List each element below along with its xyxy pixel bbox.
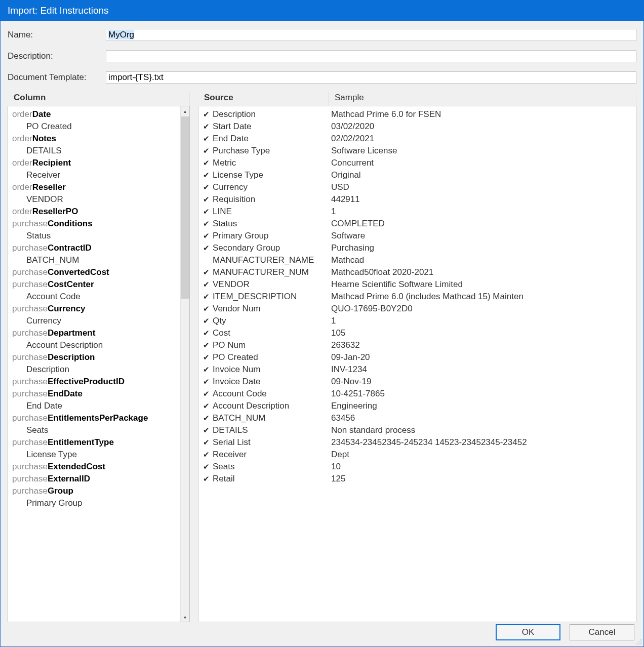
check-icon: ✔ xyxy=(200,424,212,436)
source-label: DETAILS xyxy=(212,424,331,436)
column-child[interactable]: Account Code xyxy=(10,291,189,303)
column-item[interactable]: orderNotes xyxy=(10,133,189,145)
column-child[interactable]: VENDOR xyxy=(10,193,189,206)
source-item[interactable]: ✔Account DescriptionEngineering xyxy=(200,400,636,412)
scroll-down-icon[interactable]: ▾ xyxy=(181,613,189,622)
source-item[interactable]: ✔CurrencyUSD xyxy=(200,181,636,193)
column-child[interactable]: Primary Group xyxy=(10,497,189,509)
check-icon: ✔ xyxy=(200,315,212,327)
source-label: PO Num xyxy=(212,339,331,351)
source-item[interactable]: ✔End Date02/02/2021 xyxy=(200,133,636,145)
column-item[interactable]: orderDate xyxy=(10,108,189,120)
column-child[interactable]: Currency xyxy=(10,315,189,327)
source-item[interactable]: ✔Purchase TypeSoftware License xyxy=(200,145,636,157)
column-item[interactable]: purchaseDepartment xyxy=(10,327,189,339)
source-item[interactable]: ✔Start Date03/02/2020 xyxy=(200,120,636,133)
source-item[interactable]: ✔Cost105 xyxy=(200,327,636,339)
source-label: Currency xyxy=(212,181,331,193)
column-scrollbar[interactable]: ▴ ▾ xyxy=(180,106,189,622)
source-item[interactable]: ✔Secondary GroupPurchasing xyxy=(200,242,636,254)
source-label: Account Description xyxy=(212,400,331,412)
source-label: BATCH_NUM xyxy=(212,412,331,424)
column-child[interactable]: License Type xyxy=(10,449,189,461)
scroll-thumb[interactable] xyxy=(181,116,189,299)
column-item[interactable]: purchaseGroup xyxy=(10,485,189,497)
source-sample: Mathcad50float 2020-2021 xyxy=(331,266,433,278)
source-item[interactable]: ✔Retail125 xyxy=(200,473,636,485)
column-item[interactable]: orderRecipient xyxy=(10,157,189,169)
column-item[interactable]: purchaseEffectiveProductID xyxy=(10,376,189,388)
source-item[interactable]: ✔PO Created09-Jan-20 xyxy=(200,351,636,363)
column-child[interactable]: Description xyxy=(10,363,189,376)
source-item[interactable]: ✔Serial List234534-23452345-245234 14523… xyxy=(200,436,636,449)
column-item[interactable]: purchaseCurrency xyxy=(10,303,189,315)
column-item[interactable]: purchaseEntitlementsPerPackage xyxy=(10,412,189,424)
source-item[interactable]: ✔VENDORHearne Scientific Software Limite… xyxy=(200,278,636,291)
source-item[interactable]: ✔LINE1 xyxy=(200,206,636,218)
source-item[interactable]: ✔MANUFACTURER_NUMMathcad50float 2020-202… xyxy=(200,266,636,278)
svg-rect-3 xyxy=(636,643,637,644)
column-item[interactable]: purchaseConditions xyxy=(10,218,189,230)
column-child[interactable]: BATCH_NUM xyxy=(10,254,189,266)
description-input[interactable] xyxy=(106,50,636,62)
column-item[interactable]: purchaseEntitlementType xyxy=(10,436,189,449)
column-item[interactable]: purchaseExtendedCost xyxy=(10,461,189,473)
check-icon: ✔ xyxy=(200,218,212,230)
source-listbox[interactable]: ✔DescriptionMathcad Prime 6.0 for FSEN✔S… xyxy=(198,106,636,622)
source-item[interactable]: ✔Requisition442911 xyxy=(200,193,636,206)
source-sample: Non standard process xyxy=(331,424,415,436)
source-item[interactable]: ✔Primary GroupSoftware xyxy=(200,230,636,242)
source-item[interactable]: ✔BATCH_NUM63456 xyxy=(200,412,636,424)
svg-rect-2 xyxy=(640,641,641,642)
source-label: Secondary Group xyxy=(212,242,331,254)
name-input[interactable]: MyOrg xyxy=(106,29,636,41)
cancel-button[interactable]: Cancel xyxy=(570,624,634,640)
source-label: Receiver xyxy=(212,449,331,461)
source-label: LINE xyxy=(212,206,331,218)
source-item[interactable]: ✔DescriptionMathcad Prime 6.0 for FSEN xyxy=(200,108,636,120)
source-item[interactable]: ✔StatusCOMPLETED xyxy=(200,218,636,230)
source-item[interactable]: ✔PO Num263632 xyxy=(200,339,636,351)
column-item[interactable]: purchaseContractID xyxy=(10,242,189,254)
scroll-up-icon[interactable]: ▴ xyxy=(181,106,189,115)
column-header-bar: Column xyxy=(8,92,190,106)
column-child[interactable]: Receiver xyxy=(10,169,189,181)
source-item[interactable]: ✔Account Code10-4251-7865 xyxy=(200,388,636,400)
resize-grip[interactable] xyxy=(635,638,642,645)
column-child[interactable]: Status xyxy=(10,230,189,242)
column-item[interactable]: purchaseConvertedCost xyxy=(10,266,189,278)
column-child[interactable]: PO Created xyxy=(10,120,189,133)
column-listbox[interactable]: orderDatePO CreatedorderNotesDETAILSorde… xyxy=(8,106,190,622)
source-item[interactable]: ✔ITEM_DESCRIPTIONMathcad Prime 6.0 (incl… xyxy=(200,291,636,303)
column-child[interactable]: DETAILS xyxy=(10,145,189,157)
column-item[interactable]: orderReseller xyxy=(10,181,189,193)
column-child[interactable]: End Date xyxy=(10,400,189,412)
column-child[interactable]: Account Description xyxy=(10,339,189,351)
column-child[interactable]: Seats xyxy=(10,424,189,436)
source-item[interactable]: ✔Seats10 xyxy=(200,461,636,473)
column-item[interactable]: purchaseDescription xyxy=(10,351,189,363)
source-item[interactable]: ✔Invoice NumINV-1234 xyxy=(200,363,636,376)
titlebar[interactable]: Import: Edit Instructions xyxy=(1,1,643,21)
column-item[interactable]: purchaseEndDate xyxy=(10,388,189,400)
source-label: Retail xyxy=(212,473,331,485)
source-header[interactable]: Source xyxy=(198,92,329,106)
source-item[interactable]: ✔Vendor NumQUO-17695-B0Y2D0 xyxy=(200,303,636,315)
source-item[interactable]: MANUFACTURER_NAMEMathcad xyxy=(200,254,636,266)
svg-rect-4 xyxy=(638,643,639,644)
ok-button[interactable]: OK xyxy=(496,624,560,640)
source-item[interactable]: ✔ReceiverDept xyxy=(200,449,636,461)
source-item[interactable]: ✔Qty1 xyxy=(200,315,636,327)
source-sample: Dept xyxy=(331,449,349,461)
column-item[interactable]: purchaseCostCenter xyxy=(10,278,189,291)
column-item[interactable]: purchaseExternalID xyxy=(10,473,189,485)
column-header[interactable]: Column xyxy=(8,92,190,106)
source-item[interactable]: ✔Invoice Date09-Nov-19 xyxy=(200,376,636,388)
name-label: Name: xyxy=(8,30,106,40)
source-item[interactable]: ✔MetricConcurrent xyxy=(200,157,636,169)
template-input[interactable]: import-{TS}.txt xyxy=(106,71,636,84)
source-item[interactable]: ✔DETAILSNon standard process xyxy=(200,424,636,436)
sample-header[interactable]: Sample xyxy=(329,92,636,106)
column-item[interactable]: orderResellerPO xyxy=(10,206,189,218)
source-item[interactable]: ✔License TypeOriginal xyxy=(200,169,636,181)
